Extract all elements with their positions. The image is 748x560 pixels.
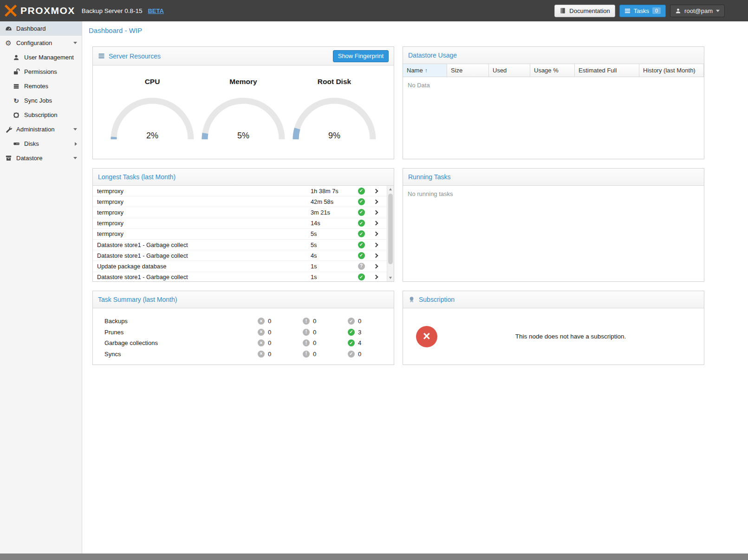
running-tasks-panel: Running Tasks No running tasks: [403, 168, 704, 282]
documentation-button[interactable]: Documentation: [554, 5, 615, 17]
task-open-action[interactable]: [369, 200, 382, 203]
gauges-row: CPU2%Memory5%Root Disk9%: [93, 65, 394, 141]
warning-count: 0: [313, 329, 316, 336]
column-label: Size: [451, 67, 462, 74]
no-subscription-icon: ×: [416, 326, 437, 347]
task-status: ✓: [353, 188, 369, 195]
task-name: Datastore store1 - Garbage collect: [97, 241, 311, 248]
ok-count: 3: [358, 329, 361, 336]
show-fingerprint-button[interactable]: Show Fingerprint: [333, 50, 389, 62]
task-row[interactable]: termproxy1h 38m 7s✓: [93, 186, 387, 196]
user-menu-button[interactable]: root@pam: [670, 5, 725, 17]
sidebar-item-configuration[interactable]: ⚙ Configuration: [0, 36, 82, 50]
server-resources-header: Server Resources Show Fingerprint: [93, 47, 394, 65]
task-open-action[interactable]: [369, 254, 382, 257]
tasks-button[interactable]: Tasks 0: [619, 5, 666, 17]
column-header-size[interactable]: Size: [447, 64, 489, 77]
task-row[interactable]: Datastore store1 - Garbage collect1s✓: [93, 272, 387, 282]
chevron-right-icon: [373, 253, 378, 258]
documentation-label: Documentation: [569, 7, 610, 14]
task-row[interactable]: Datastore store1 - Garbage collect5s✓: [93, 240, 387, 250]
warning-count: 0: [313, 318, 316, 325]
vertical-scrollbar[interactable]: [387, 186, 394, 281]
task-status: ?: [353, 263, 369, 270]
task-row[interactable]: Datastore store1 - Garbage collect4s✓: [93, 250, 387, 261]
task-row[interactable]: termproxy3m 21s✓: [93, 207, 387, 218]
sidebar-item-user-management[interactable]: User Management: [0, 50, 82, 65]
chevron-right-icon: [373, 275, 378, 280]
gauge-arc: 9%: [290, 95, 378, 141]
column-label: Name: [407, 67, 423, 74]
summary-cell: ×0: [258, 339, 303, 346]
column-header-used[interactable]: Used: [489, 64, 530, 77]
grid-column-headers: Name↑SizeUsedUsage %Estimated FullHistor…: [403, 64, 704, 77]
task-name: Datastore store1 - Garbage collect: [97, 252, 311, 259]
gauge-arc: 5%: [199, 95, 287, 141]
datastore-usage-panel: Datastore Usage Name↑SizeUsedUsage %Esti…: [403, 46, 704, 159]
scroll-up-button[interactable]: [387, 186, 394, 193]
sidebar-item-administration[interactable]: Administration: [0, 122, 82, 137]
user-icon: [675, 8, 681, 14]
sidebar-item-disks[interactable]: Disks: [0, 137, 82, 151]
task-open-action[interactable]: [369, 265, 382, 268]
warning-count: 0: [313, 351, 316, 358]
ok-count: 4: [358, 339, 361, 346]
sidebar-item-label: User Management: [24, 54, 74, 61]
task-open-action[interactable]: [369, 232, 382, 235]
error-count-icon: ×: [258, 339, 265, 346]
task-row[interactable]: termproxy5s✓: [93, 229, 387, 240]
task-row[interactable]: termproxy42m 58s✓: [93, 196, 387, 207]
task-open-action[interactable]: [369, 189, 382, 193]
scrollbar-thumb[interactable]: [388, 194, 393, 264]
sidebar-item-label: Configuration: [16, 39, 52, 46]
chevron-right-icon: [373, 199, 378, 204]
server-resources-panel: Server Resources Show Fingerprint CPU2%M…: [92, 46, 394, 159]
summary-row: Backups×0!0✓0: [93, 316, 394, 327]
error-count: 0: [268, 318, 271, 325]
dashboard-grid: Server Resources Show Fingerprint CPU2%M…: [82, 39, 748, 365]
sidebar-item-dashboard[interactable]: Dashboard: [0, 21, 82, 36]
sidebar-item-label: Remotes: [24, 83, 48, 90]
sidebar-item-label: Permissions: [24, 68, 57, 75]
task-open-action[interactable]: [369, 221, 382, 225]
task-list-icon: [624, 8, 631, 14]
sidebar-item-label: Subscription: [24, 111, 58, 118]
scroll-down-button[interactable]: [387, 274, 394, 281]
tachometer-icon: [5, 25, 12, 32]
ok-count-icon: ✓: [348, 329, 355, 336]
panel-title: Task Summary (last Month): [98, 296, 177, 303]
lifebuoy-icon: [13, 112, 20, 118]
task-open-action[interactable]: [369, 211, 382, 214]
sidebar-item-subscription[interactable]: Subscription: [0, 108, 82, 122]
summary-cell: !0: [303, 339, 348, 346]
sidebar-item-sync-jobs[interactable]: ↻ Sync Jobs: [0, 93, 82, 108]
column-header-history-last-month-[interactable]: History (last Month): [639, 64, 704, 77]
task-duration: 3m 21s: [311, 209, 353, 216]
sidebar-item-datastore[interactable]: Datastore: [0, 151, 82, 165]
ok-count-icon: ✓: [348, 339, 355, 346]
task-row[interactable]: termproxy14s✓: [93, 218, 387, 229]
subscription-body: × This node does not have a subscription…: [403, 308, 704, 365]
task-row[interactable]: Update package database1s?: [93, 261, 387, 272]
datastore-usage-header: Datastore Usage: [403, 47, 704, 64]
panel-title: Longest Tasks (last Month): [98, 173, 176, 181]
column-header-usage-[interactable]: Usage %: [530, 64, 575, 77]
task-summary-rows: Backups×0!0✓0Prunes×0!0✓3Garbage collect…: [93, 308, 394, 359]
column-header-estimated-full[interactable]: Estimated Full: [575, 64, 639, 77]
task-open-action[interactable]: [369, 275, 382, 279]
beta-link[interactable]: BETA: [148, 7, 163, 14]
sidebar-item-permissions[interactable]: Permissions: [0, 65, 82, 79]
task-status-ok-icon: ✓: [358, 188, 365, 195]
user-menu-label: root@pam: [684, 7, 713, 14]
content-header: Dashboard - WIP: [82, 21, 748, 39]
triangle-up-icon: [389, 188, 392, 190]
task-open-action[interactable]: [369, 243, 382, 247]
user-icon: [13, 54, 20, 61]
column-header-name[interactable]: Name↑: [403, 64, 447, 77]
page-title: Dashboard - WIP: [89, 26, 142, 34]
sidebar-item-label: Disks: [24, 140, 39, 147]
panel-title: Subscription: [419, 296, 455, 303]
sidebar-item-remotes[interactable]: Remotes: [0, 79, 82, 93]
summary-label: Syncs: [104, 351, 258, 358]
subscription-message: This node does not have a subscription.: [437, 333, 704, 340]
